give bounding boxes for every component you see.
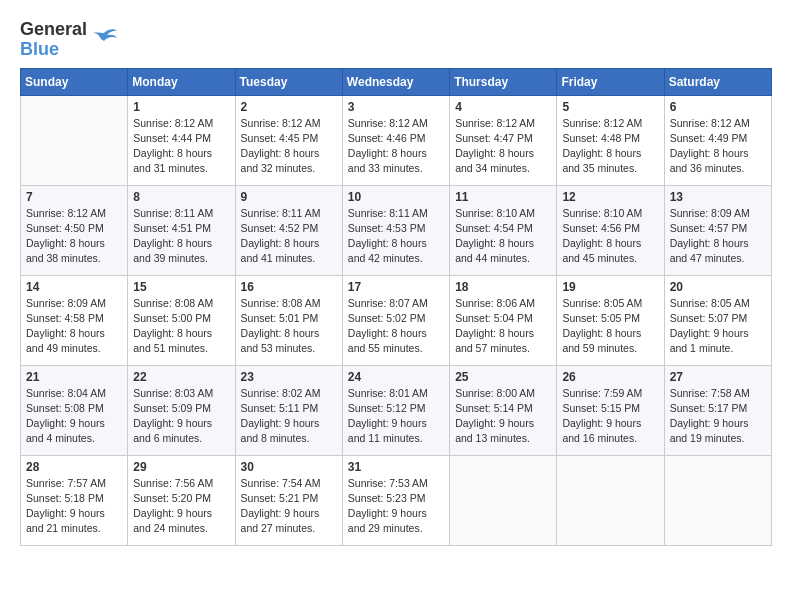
- sunrise-text: Sunrise: 8:11 AM: [133, 206, 229, 221]
- sunset-text: Sunset: 5:20 PM: [133, 491, 229, 506]
- daylight-text-line2: and 45 minutes.: [562, 251, 658, 266]
- sunrise-text: Sunrise: 7:59 AM: [562, 386, 658, 401]
- calendar-day-cell: 29Sunrise: 7:56 AMSunset: 5:20 PMDayligh…: [128, 455, 235, 545]
- daylight-text-line2: and 55 minutes.: [348, 341, 444, 356]
- daylight-text-line2: and 11 minutes.: [348, 431, 444, 446]
- sunset-text: Sunset: 5:23 PM: [348, 491, 444, 506]
- daylight-text-line1: Daylight: 8 hours: [670, 146, 766, 161]
- day-number: 25: [455, 370, 551, 384]
- sunrise-text: Sunrise: 8:12 AM: [133, 116, 229, 131]
- daylight-text-line1: Daylight: 8 hours: [348, 236, 444, 251]
- sunrise-text: Sunrise: 7:57 AM: [26, 476, 122, 491]
- daylight-text-line2: and 44 minutes.: [455, 251, 551, 266]
- day-number: 31: [348, 460, 444, 474]
- sunset-text: Sunset: 5:21 PM: [241, 491, 337, 506]
- daylight-text-line1: Daylight: 8 hours: [241, 236, 337, 251]
- day-number: 27: [670, 370, 766, 384]
- sunset-text: Sunset: 4:48 PM: [562, 131, 658, 146]
- sunset-text: Sunset: 4:46 PM: [348, 131, 444, 146]
- sunrise-text: Sunrise: 8:05 AM: [670, 296, 766, 311]
- sunrise-text: Sunrise: 8:12 AM: [562, 116, 658, 131]
- weekday-header: Wednesday: [342, 68, 449, 95]
- daylight-text-line2: and 35 minutes.: [562, 161, 658, 176]
- daylight-text-line1: Daylight: 9 hours: [241, 416, 337, 431]
- day-info: Sunrise: 8:12 AMSunset: 4:50 PMDaylight:…: [26, 206, 122, 267]
- day-number: 30: [241, 460, 337, 474]
- sunset-text: Sunset: 5:14 PM: [455, 401, 551, 416]
- day-number: 1: [133, 100, 229, 114]
- calendar-day-cell: [664, 455, 771, 545]
- daylight-text-line2: and 51 minutes.: [133, 341, 229, 356]
- calendar-day-cell: 26Sunrise: 7:59 AMSunset: 5:15 PMDayligh…: [557, 365, 664, 455]
- sunset-text: Sunset: 4:51 PM: [133, 221, 229, 236]
- day-info: Sunrise: 8:10 AMSunset: 4:56 PMDaylight:…: [562, 206, 658, 267]
- daylight-text-line1: Daylight: 8 hours: [562, 236, 658, 251]
- day-number: 23: [241, 370, 337, 384]
- day-number: 18: [455, 280, 551, 294]
- daylight-text-line2: and 36 minutes.: [670, 161, 766, 176]
- day-number: 26: [562, 370, 658, 384]
- sunset-text: Sunset: 5:11 PM: [241, 401, 337, 416]
- daylight-text-line1: Daylight: 9 hours: [348, 416, 444, 431]
- sunrise-text: Sunrise: 8:04 AM: [26, 386, 122, 401]
- daylight-text-line2: and 13 minutes.: [455, 431, 551, 446]
- sunrise-text: Sunrise: 8:06 AM: [455, 296, 551, 311]
- sunset-text: Sunset: 5:02 PM: [348, 311, 444, 326]
- sunrise-text: Sunrise: 8:02 AM: [241, 386, 337, 401]
- day-info: Sunrise: 8:00 AMSunset: 5:14 PMDaylight:…: [455, 386, 551, 447]
- calendar-day-cell: 1Sunrise: 8:12 AMSunset: 4:44 PMDaylight…: [128, 95, 235, 185]
- day-info: Sunrise: 8:11 AMSunset: 4:51 PMDaylight:…: [133, 206, 229, 267]
- sunset-text: Sunset: 4:49 PM: [670, 131, 766, 146]
- calendar-week-row: 1Sunrise: 8:12 AMSunset: 4:44 PMDaylight…: [21, 95, 772, 185]
- daylight-text-line2: and 16 minutes.: [562, 431, 658, 446]
- sunset-text: Sunset: 4:58 PM: [26, 311, 122, 326]
- calendar-day-cell: 4Sunrise: 8:12 AMSunset: 4:47 PMDaylight…: [450, 95, 557, 185]
- day-number: 3: [348, 100, 444, 114]
- day-number: 19: [562, 280, 658, 294]
- day-info: Sunrise: 8:12 AMSunset: 4:46 PMDaylight:…: [348, 116, 444, 177]
- daylight-text-line1: Daylight: 9 hours: [26, 416, 122, 431]
- daylight-text-line2: and 39 minutes.: [133, 251, 229, 266]
- sunset-text: Sunset: 5:09 PM: [133, 401, 229, 416]
- day-number: 24: [348, 370, 444, 384]
- day-info: Sunrise: 8:11 AMSunset: 4:53 PMDaylight:…: [348, 206, 444, 267]
- calendar-day-cell: 19Sunrise: 8:05 AMSunset: 5:05 PMDayligh…: [557, 275, 664, 365]
- calendar-day-cell: 28Sunrise: 7:57 AMSunset: 5:18 PMDayligh…: [21, 455, 128, 545]
- daylight-text-line1: Daylight: 8 hours: [241, 146, 337, 161]
- daylight-text-line1: Daylight: 9 hours: [133, 506, 229, 521]
- daylight-text-line2: and 38 minutes.: [26, 251, 122, 266]
- sunrise-text: Sunrise: 8:12 AM: [670, 116, 766, 131]
- sunrise-text: Sunrise: 8:12 AM: [348, 116, 444, 131]
- calendar-week-row: 14Sunrise: 8:09 AMSunset: 4:58 PMDayligh…: [21, 275, 772, 365]
- day-info: Sunrise: 8:12 AMSunset: 4:45 PMDaylight:…: [241, 116, 337, 177]
- calendar-day-cell: 12Sunrise: 8:10 AMSunset: 4:56 PMDayligh…: [557, 185, 664, 275]
- day-info: Sunrise: 7:53 AMSunset: 5:23 PMDaylight:…: [348, 476, 444, 537]
- calendar-day-cell: 22Sunrise: 8:03 AMSunset: 5:09 PMDayligh…: [128, 365, 235, 455]
- sunrise-text: Sunrise: 7:56 AM: [133, 476, 229, 491]
- daylight-text-line1: Daylight: 8 hours: [26, 236, 122, 251]
- daylight-text-line1: Daylight: 9 hours: [562, 416, 658, 431]
- sunrise-text: Sunrise: 7:54 AM: [241, 476, 337, 491]
- weekday-header: Saturday: [664, 68, 771, 95]
- day-number: 6: [670, 100, 766, 114]
- sunrise-text: Sunrise: 8:11 AM: [348, 206, 444, 221]
- day-info: Sunrise: 8:07 AMSunset: 5:02 PMDaylight:…: [348, 296, 444, 357]
- day-number: 29: [133, 460, 229, 474]
- calendar-day-cell: 31Sunrise: 7:53 AMSunset: 5:23 PMDayligh…: [342, 455, 449, 545]
- daylight-text-line1: Daylight: 8 hours: [133, 326, 229, 341]
- daylight-text-line1: Daylight: 8 hours: [455, 146, 551, 161]
- sunset-text: Sunset: 5:12 PM: [348, 401, 444, 416]
- day-info: Sunrise: 8:11 AMSunset: 4:52 PMDaylight:…: [241, 206, 337, 267]
- calendar-week-row: 28Sunrise: 7:57 AMSunset: 5:18 PMDayligh…: [21, 455, 772, 545]
- sunrise-text: Sunrise: 8:10 AM: [455, 206, 551, 221]
- day-info: Sunrise: 7:54 AMSunset: 5:21 PMDaylight:…: [241, 476, 337, 537]
- sunrise-text: Sunrise: 8:09 AM: [670, 206, 766, 221]
- daylight-text-line2: and 34 minutes.: [455, 161, 551, 176]
- day-info: Sunrise: 8:12 AMSunset: 4:48 PMDaylight:…: [562, 116, 658, 177]
- sunset-text: Sunset: 4:54 PM: [455, 221, 551, 236]
- calendar-day-cell: 16Sunrise: 8:08 AMSunset: 5:01 PMDayligh…: [235, 275, 342, 365]
- sunrise-text: Sunrise: 8:01 AM: [348, 386, 444, 401]
- calendar-day-cell: 23Sunrise: 8:02 AMSunset: 5:11 PMDayligh…: [235, 365, 342, 455]
- day-info: Sunrise: 8:05 AMSunset: 5:05 PMDaylight:…: [562, 296, 658, 357]
- sunset-text: Sunset: 5:15 PM: [562, 401, 658, 416]
